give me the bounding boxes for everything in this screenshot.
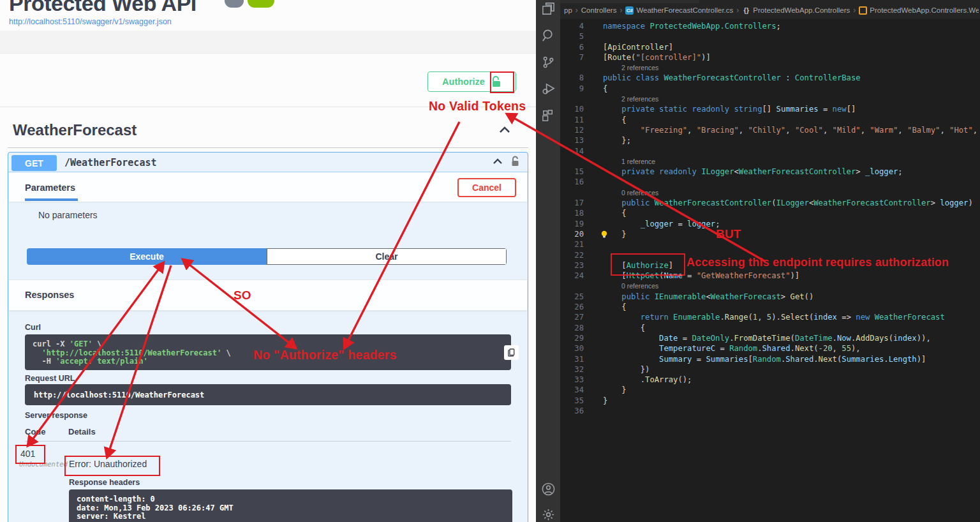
response-headers-label: Response headers [69, 478, 140, 487]
source-control-icon[interactable] [541, 55, 556, 70]
explorer-icon[interactable] [541, 1, 556, 16]
line-number: 15 [560, 167, 593, 177]
code-line: 36 [560, 406, 980, 416]
breadcrumb-item-label: ProtectedWebApp.Controllers [753, 6, 850, 14]
screenshot-canvas: Protected Web API http://localhost:5110/… [0, 0, 980, 522]
line-number: 36 [560, 406, 593, 416]
curl-label: Curl [25, 323, 41, 332]
parameters-section-header: Parameters Cancel [9, 172, 527, 202]
line-number: 29 [560, 333, 593, 343]
line-number: 4 [560, 21, 593, 31]
line-number: 35 [560, 396, 593, 406]
line-number: 33 [560, 375, 593, 385]
line-number: 32 [560, 364, 593, 375]
breadcrumb-item[interactable]: pp [564, 6, 572, 14]
status-code-value: 401 [20, 449, 35, 459]
code-line: 12 "Freezing", "Bracing", "Chilly", "Coo… [560, 125, 980, 135]
line-number: 21 [560, 239, 593, 250]
breadcrumb-item-label: WeatherForecastController.cs [636, 6, 733, 14]
swagger-spec-link[interactable]: http://localhost:5110/swagger/v1/swagger… [9, 17, 172, 26]
tag-title[interactable]: WeatherForecast [13, 121, 137, 139]
breadcrumb-separator: › [575, 6, 578, 15]
code-line: 28 { [560, 323, 980, 333]
request-url-text: http://localhost:5110/WeatherForecast [25, 391, 204, 399]
operation-summary-row[interactable]: GET /WeatherForecast [8, 153, 528, 172]
breadcrumb-separator: › [736, 6, 739, 15]
codelens-row[interactable]: 0 references [560, 188, 980, 198]
breadcrumb: pp›Controllers›C#WeatherForecastControll… [564, 6, 979, 15]
account-icon[interactable] [541, 482, 556, 496]
lightbulb-icon[interactable] [600, 230, 608, 238]
line-number: 31 [560, 354, 593, 364]
tag-collapse-chevron-icon[interactable] [499, 126, 510, 133]
authorize-button[interactable]: Authorize [427, 71, 516, 92]
line-number: 22 [560, 250, 593, 260]
code-line: 10 private static readonly string[] Summ… [560, 104, 980, 114]
api-title: Protected Web API [9, 0, 197, 16]
clear-button[interactable]: Clear [267, 248, 507, 265]
breadcrumb-separator: › [853, 6, 856, 15]
code-line: 33 .ToArray(); [560, 375, 980, 385]
code-line: 27 return Enumerable.Range(1, 5).Select(… [560, 312, 980, 322]
code-line: 9{ [560, 84, 980, 94]
code-line: 7[Route("[controller]")] [560, 52, 980, 63]
parameters-tab-underline [25, 198, 78, 201]
get-operation-block: GET /WeatherForecast Parameters Cancel N… [8, 152, 528, 522]
line-number: 34 [560, 385, 593, 395]
codelens-row[interactable]: 2 references [560, 63, 980, 73]
code-line: 29 Date = DateOnly.FromDateTime(DateTime… [560, 333, 980, 343]
line-number: 18 [560, 208, 593, 218]
class-symbol-icon [859, 6, 867, 15]
breadcrumb-item[interactable]: C#WeatherForecastController.cs [625, 6, 733, 15]
cancel-button[interactable]: Cancel [457, 178, 516, 197]
namespace-symbol-icon: {} [742, 6, 750, 15]
code-line: 26 { [560, 302, 980, 312]
line-number: 27 [560, 312, 593, 322]
code-line: 21 [560, 239, 980, 250]
line-number: 12 [560, 125, 593, 135]
search-icon[interactable] [541, 28, 556, 43]
code-line: 17 public WeatherForecastController(ILog… [560, 198, 980, 208]
settings-gear-icon[interactable] [541, 507, 556, 522]
breadcrumb-item[interactable]: {}ProtectedWebApp.Controllers [742, 6, 850, 15]
code-line: 11 { [560, 115, 980, 125]
extensions-icon[interactable] [541, 108, 556, 123]
code-line: 15 private readonly ILogger<WeatherForec… [560, 167, 980, 177]
code-line: 32 }) [560, 364, 980, 375]
codelens-row[interactable]: 0 references [560, 281, 980, 291]
line-number: 14 [560, 146, 593, 156]
breadcrumb-item[interactable]: ProtectedWebApp.Controllers.We [859, 6, 979, 15]
undocumented-text: Undocumented [19, 460, 68, 468]
line-number: 10 [560, 104, 593, 114]
code-line: 31 Summary = Summaries[Random.Shared.Nex… [560, 354, 980, 364]
vscode-panel: pp›Controllers›C#WeatherForecastControll… [536, 0, 980, 522]
code-line: 30 TemperatureC = Random.Shared.Next(-20… [560, 343, 980, 354]
http-method-badge: GET [11, 155, 57, 171]
details-column-header: Details [68, 427, 96, 436]
code-line: 16 [560, 177, 980, 187]
line-number: 19 [560, 219, 593, 229]
operation-collapse-chevron-icon[interactable] [493, 158, 503, 165]
line-number: 25 [560, 292, 593, 302]
execute-row: Execute Clear [27, 248, 507, 265]
responses-section-header: Responses [9, 280, 527, 311]
run-debug-icon[interactable] [541, 82, 556, 96]
line-number: 16 [560, 177, 593, 187]
operation-lock-icon[interactable] [510, 155, 520, 168]
line-number: 13 [560, 135, 593, 145]
breadcrumb-item-label: Controllers [581, 6, 617, 14]
curl-command-block: curl -X 'GET' \ 'http://localhost:5110/W… [25, 334, 511, 370]
response-table-divider [25, 441, 511, 442]
server-response-label: Server response [25, 411, 87, 420]
execute-button[interactable]: Execute [27, 248, 267, 265]
codelens-row[interactable]: 1 reference [560, 156, 980, 167]
request-url-block: http://localhost:5110/WeatherForecast [25, 384, 511, 405]
line-number: 9 [560, 84, 593, 94]
copy-to-clipboard-button[interactable] [504, 345, 519, 360]
breadcrumb-item[interactable]: Controllers [581, 6, 617, 14]
clipboard-icon [508, 348, 515, 357]
breadcrumb-item-label: pp [564, 6, 572, 14]
code-editor[interactable]: 4namespace ProtectedWebApp.Controllers;5… [560, 21, 980, 522]
codelens-row[interactable]: 2 references [560, 94, 980, 104]
code-line: 19 _logger = logger; [560, 219, 980, 229]
